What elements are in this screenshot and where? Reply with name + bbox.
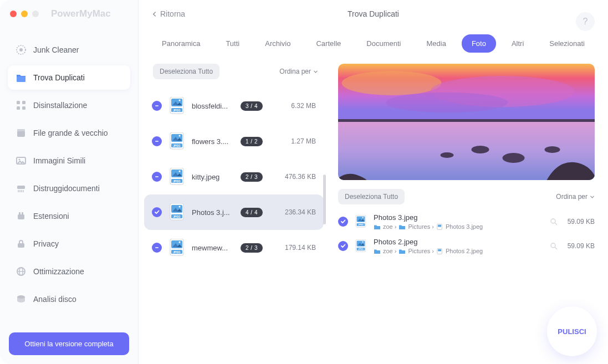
file-row[interactable]: blossfeldi... 3 / 4 6.32 MB — [144, 88, 324, 124]
count-badge: 3 / 4 — [241, 101, 263, 111]
apps-icon — [16, 100, 27, 111]
sidebar-item-label: Analisi disco — [33, 295, 76, 304]
svg-point-27 — [386, 93, 508, 112]
preview-image — [338, 64, 595, 180]
sidebar-item-label: Junk Cleaner — [33, 45, 79, 54]
sidebar-item-5[interactable]: Distruggidocumenti — [8, 176, 130, 201]
row-checkbox[interactable] — [152, 101, 162, 111]
svg-rect-4 — [22, 101, 25, 104]
count-badge: 2 / 3 — [241, 243, 263, 253]
get-full-version-button[interactable]: Ottieni la versione completa — [9, 332, 129, 355]
file-row[interactable]: kitty.jpeg 2 / 3 476.36 KB — [144, 159, 324, 194]
dup-sort-label: Ordina per — [556, 193, 587, 201]
count-badge: 4 / 4 — [241, 208, 263, 217]
shredder-icon — [16, 183, 27, 194]
image-icon — [16, 155, 27, 166]
dup-deselect-all-button[interactable]: Deseleziona Tutto — [338, 189, 405, 204]
dup-checkbox[interactable] — [338, 241, 348, 251]
sidebar-item-4[interactable]: Immagini Simili — [8, 148, 130, 173]
svg-rect-3 — [17, 101, 20, 104]
chevron-down-icon — [313, 69, 318, 74]
sort-dropdown[interactable]: Ordina per — [279, 68, 318, 75]
svg-point-25 — [342, 71, 442, 95]
tab-tutti[interactable]: Tutti — [216, 34, 249, 53]
svg-rect-19 — [18, 243, 24, 248]
svg-rect-5 — [17, 106, 20, 110]
tab-panoramica[interactable]: Panoramica — [152, 34, 210, 53]
sidebar-item-label: Disinstallazione — [33, 101, 87, 110]
plugin-icon — [16, 211, 27, 222]
sidebar-item-1[interactable]: Trova Duplicati — [8, 65, 130, 90]
file-size: 1.27 MB — [291, 137, 316, 145]
file-size: 236.34 KB — [285, 208, 316, 216]
file-size: 476.36 KB — [285, 173, 316, 181]
scrollbar-thumb[interactable] — [323, 175, 326, 224]
traffic-zoom[interactable] — [32, 11, 39, 17]
svg-point-1 — [19, 48, 23, 52]
svg-point-30 — [472, 146, 489, 153]
file-name: mewmew... — [192, 244, 234, 252]
svg-point-33 — [545, 146, 560, 153]
sidebar-item-label: Privacy — [33, 239, 59, 248]
file-row[interactable]: flowers 3.... 1 / 2 1.27 MB — [144, 124, 324, 159]
svg-point-32 — [441, 152, 454, 158]
file-size: 6.32 MB — [291, 102, 316, 110]
svg-point-31 — [503, 153, 525, 163]
file-size: 179.14 KB — [285, 244, 316, 252]
disk-icon — [16, 294, 27, 305]
svg-rect-18 — [22, 212, 23, 215]
clean-button[interactable]: PULISCI — [547, 306, 597, 356]
dup-checkbox[interactable] — [338, 217, 348, 227]
page-title: Trova Duplicati — [348, 9, 399, 18]
jpeg-icon — [168, 97, 185, 115]
dup-file-name: Photos 2.jpeg — [374, 238, 543, 246]
dup-file-path: zoe › Pictures › Photos 2.jpeg — [374, 248, 543, 254]
sidebar-item-2[interactable]: Disinstallazione — [8, 93, 130, 117]
sidebar-item-3[interactable]: File grande & vecchio — [8, 121, 130, 145]
dup-file-size: 59.09 KB — [568, 218, 595, 225]
duplicate-row[interactable]: Photos 3.jpeg zoe › Pictures › Photos 3.… — [338, 213, 595, 230]
svg-rect-8 — [17, 129, 25, 131]
reveal-icon[interactable] — [550, 218, 558, 225]
duplicate-row[interactable]: Photos 2.jpeg zoe › Pictures › Photos 2.… — [338, 238, 595, 254]
svg-rect-6 — [22, 106, 25, 110]
sidebar-item-7[interactable]: Privacy — [8, 232, 130, 256]
dup-file-path: zoe › Pictures › Photos 3.jpeg — [374, 223, 543, 230]
traffic-close[interactable] — [10, 11, 17, 17]
back-button[interactable]: Ritorna — [152, 9, 185, 18]
row-checkbox[interactable] — [152, 136, 162, 146]
jpeg-icon — [168, 203, 185, 221]
dup-sort-dropdown[interactable]: Ordina per — [556, 193, 595, 201]
sidebar-item-label: Ottimizzazione — [33, 267, 84, 276]
tab-documenti[interactable]: Documenti — [356, 34, 411, 53]
svg-rect-2 — [17, 76, 25, 82]
back-label: Ritorna — [160, 9, 185, 18]
traffic-minimize[interactable] — [21, 11, 28, 17]
reveal-icon[interactable] — [550, 242, 558, 250]
help-button[interactable]: ? — [576, 12, 595, 31]
jpeg-icon — [355, 215, 367, 228]
tab-altri[interactable]: Altri — [502, 34, 534, 53]
tab-media[interactable]: Media — [416, 34, 456, 53]
row-checkbox[interactable] — [152, 243, 162, 253]
tab-archivio[interactable]: Archivio — [255, 34, 300, 53]
file-name: Photos 3.j... — [192, 208, 234, 217]
tab-cartelle[interactable]: Cartelle — [306, 34, 351, 53]
deselect-all-button[interactable]: Deseleziona Tutto — [153, 64, 219, 79]
row-checkbox[interactable] — [152, 172, 162, 182]
row-checkbox[interactable] — [152, 207, 162, 217]
sidebar-item-0[interactable]: Junk Cleaner — [8, 38, 130, 62]
tab-foto[interactable]: Foto — [462, 34, 496, 53]
sidebar-item-8[interactable]: Ottimizzazione — [8, 259, 130, 284]
file-name: blossfeldi... — [192, 102, 234, 110]
sidebar-item-6[interactable]: Estensioni — [8, 204, 130, 228]
count-badge: 2 / 3 — [241, 172, 263, 182]
sidebar-item-label: File grande & vecchio — [33, 129, 108, 137]
file-row[interactable]: Photos 3.j... 4 / 4 236.34 KB — [144, 194, 324, 230]
tab-selezionati[interactable]: Selezionati — [539, 34, 595, 53]
brush-icon — [16, 44, 27, 55]
file-row[interactable]: mewmew... 2 / 3 179.14 KB — [144, 230, 324, 265]
sidebar-item-9[interactable]: Analisi disco — [8, 287, 130, 311]
folder-icon — [16, 72, 27, 83]
file-name: flowers 3.... — [192, 137, 234, 146]
